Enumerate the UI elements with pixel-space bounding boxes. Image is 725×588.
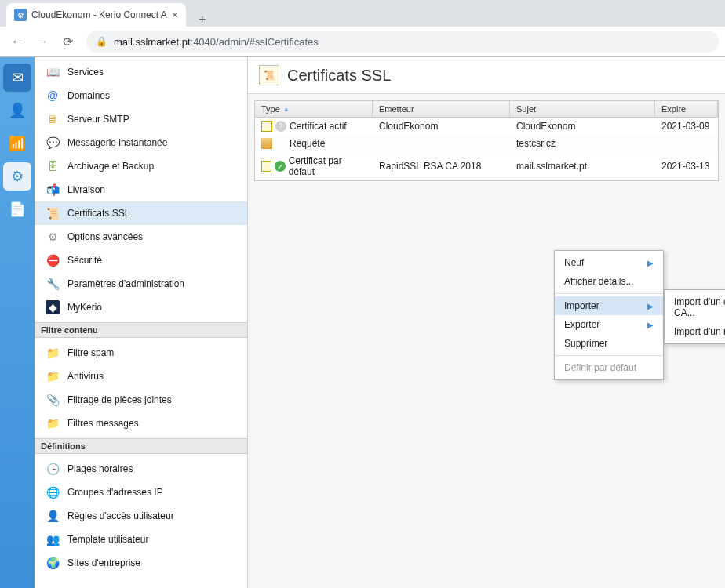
main-panel: 📜 Certificats SSL Type Emetteur Sujet Ex… (248, 57, 725, 588)
delivery-icon: 📬 (46, 183, 60, 197)
icon-rail: ✉ 👤 📶 ⚙ 📄 (0, 57, 35, 588)
rail-logs-icon[interactable]: 📄 (3, 195, 31, 223)
url-box[interactable]: 🔒 mail.sslmarket.pt:4040/admin/#sslCerti… (86, 31, 719, 53)
sidebar-config-section: 📖Services @Domaines 🖥Serveur SMTP 💬Messa… (35, 57, 247, 322)
table-row[interactable]: ?Certificat actif CloudEkonom CloudEkono… (255, 118, 718, 135)
sidebar: 📖Services @Domaines 🖥Serveur SMTP 💬Messa… (35, 57, 248, 588)
table-body: ?Certificat actif CloudEkonom CloudEkono… (255, 118, 718, 180)
sidebar-item-delivery[interactable]: 📬Livraison (35, 178, 247, 201)
status-ok-icon: ✓ (275, 161, 285, 172)
col-expire[interactable]: Expire (655, 101, 718, 117)
cert-table: Type Emetteur Sujet Expire ?Certificat a… (254, 100, 719, 181)
menu-item-importer[interactable]: Importer▶ (555, 296, 663, 315)
rail-settings-icon[interactable]: ⚙ (3, 162, 31, 191)
submenu-item-ca[interactable]: Import d'un certificat signé de CA... (665, 292, 725, 322)
sidebar-item-advanced[interactable]: ⚙Options avancées (35, 225, 247, 249)
menu-item-supprimer[interactable]: Supprimer (555, 334, 663, 353)
attach-icon: 📎 (46, 393, 60, 407)
sidebar-item-adminparams[interactable]: 🔧Paramètres d'administration (35, 272, 247, 296)
page-title: Certificats SSL (287, 67, 391, 85)
browser-tab[interactable]: ⚙ CloudEkonom - Kerio Connect A × (6, 3, 186, 27)
forward-button[interactable]: → (31, 31, 53, 53)
sidebar-item-spam[interactable]: 📁Filtre spam (35, 341, 247, 365)
gear-icon: ⚙ (46, 230, 60, 244)
col-emetteur[interactable]: Emetteur (373, 101, 510, 117)
back-button[interactable]: ← (6, 31, 28, 53)
rail-stats-icon[interactable]: 📶 (3, 129, 31, 158)
tab-title: CloudEkonom - Kerio Connect A (31, 9, 167, 20)
reload-button[interactable]: ⟳ (56, 31, 78, 53)
menu-item-details[interactable]: Afficher détails... (555, 272, 663, 291)
sidebar-header-filter: Filtre contenu (35, 322, 247, 338)
sidebar-item-mykerio[interactable]: ◆MyKerio (35, 296, 247, 319)
page-header: 📜 Certificats SSL (248, 57, 725, 94)
table-row[interactable]: ✓Certificat par défaut RapidSSL RSA CA 2… (255, 152, 718, 180)
sidebar-item-domaines[interactable]: @Domaines (35, 84, 247, 107)
globe-icon: 🌍 (46, 556, 60, 570)
wrench-icon: 🔧 (46, 277, 60, 291)
tab-close-icon[interactable]: × (172, 9, 178, 21)
sidebar-item-ipgroups[interactable]: 🌐Groupes d'adresses IP (35, 481, 247, 504)
sidebar-item-usertemplate[interactable]: 👥Template utilisateur (35, 528, 247, 551)
sidebar-item-accessrules[interactable]: 👤Règles d'accès utilisateur (35, 504, 247, 528)
menu-item-default: Définir par défaut (555, 358, 663, 377)
sidebar-item-im[interactable]: 💬Messagerie instantanée (35, 131, 247, 154)
table-header: Type Emetteur Sujet Expire (255, 101, 718, 118)
template-icon: 👥 (46, 532, 60, 546)
sidebar-filter-section: 📁Filtre spam 📁Antivirus 📎Filtrage de piè… (35, 338, 247, 438)
sidebar-item-sites[interactable]: 🌍SItes d'entreprise (35, 551, 247, 575)
sidebar-item-backup[interactable]: 🗄Archivage et Backup (35, 154, 247, 178)
new-tab-button[interactable]: + (192, 13, 212, 27)
chevron-right-icon: ▶ (647, 321, 654, 329)
col-sujet[interactable]: Sujet (510, 101, 655, 117)
sidebar-item-msgfilter[interactable]: 📁Filtres messages (35, 412, 247, 435)
at-icon: @ (46, 89, 60, 103)
sidebar-header-defs: Définitions (35, 438, 247, 454)
ipgroup-icon: 🌐 (46, 485, 60, 499)
backup-icon: 🗄 (46, 159, 60, 173)
tab-strip: ⚙ CloudEkonom - Kerio Connect A × + (0, 0, 725, 27)
sidebar-item-antivirus[interactable]: 📁Antivirus (35, 365, 247, 388)
chat-icon: 💬 (46, 136, 60, 150)
sidebar-item-timeranges[interactable]: 🕒Plages horaires (35, 457, 247, 481)
sidebar-item-smtp[interactable]: 🖥Serveur SMTP (35, 107, 247, 131)
folder-icon: 📁 (46, 416, 60, 430)
cert-icon: 📜 (46, 206, 60, 220)
cert-row-icon (261, 161, 271, 172)
folder-icon: 📁 (46, 346, 60, 360)
app-body: ✉ 👤 📶 ⚙ 📄 📖Services @Domaines 🖥Serveur S… (0, 57, 725, 588)
sidebar-item-services[interactable]: 📖Services (35, 60, 247, 84)
menu-separator (555, 293, 663, 294)
menu-separator (555, 355, 663, 356)
cert-row-icon (261, 121, 272, 132)
lock-icon: 🔒 (96, 36, 107, 47)
menu-item-neuf[interactable]: Neuf▶ (555, 253, 663, 272)
services-icon: 📖 (46, 65, 60, 79)
user-icon: 👤 (46, 509, 60, 523)
clock-icon: 🕒 (46, 462, 60, 476)
table-row[interactable]: Requête testcsr.cz (255, 135, 718, 152)
mykerio-icon: ◆ (46, 300, 60, 314)
browser-chrome: ⚙ CloudEkonom - Kerio Connect A × + ← → … (0, 0, 725, 57)
page-header-cert-icon: 📜 (259, 65, 279, 85)
sidebar-defs-section: 🕒Plages horaires 🌐Groupes d'adresses IP … (35, 454, 247, 578)
smtp-icon: 🖥 (46, 112, 60, 126)
submenu-import: Import d'un certificat signé de CA... Im… (664, 289, 725, 344)
submenu-item-new[interactable]: Import d'un nouveau certificat... (665, 322, 725, 341)
sidebar-item-ssl[interactable]: 📜Certificats SSL (35, 201, 247, 225)
folder-icon: 📁 (46, 369, 60, 383)
sidebar-item-attach[interactable]: 📎Filtrage de pièces jointes (35, 388, 247, 412)
chevron-right-icon: ▶ (647, 259, 654, 267)
address-bar: ← → ⟳ 🔒 mail.sslmarket.pt:4040/admin/#ss… (0, 27, 725, 56)
rail-mail-icon[interactable]: ✉ (3, 64, 31, 92)
status-unknown-icon: ? (275, 121, 286, 132)
menu-item-exporter[interactable]: Exporter▶ (555, 315, 663, 334)
url-text: mail.sslmarket.pt:4040/admin/#sslCertifi… (114, 36, 319, 48)
tab-favicon-icon: ⚙ (14, 9, 27, 21)
rail-users-icon[interactable]: 👤 (3, 96, 31, 125)
chevron-right-icon: ▶ (647, 302, 654, 310)
col-type[interactable]: Type (255, 101, 373, 117)
sidebar-item-security[interactable]: ⛔Sécurité (35, 249, 247, 272)
shield-icon: ⛔ (46, 253, 60, 267)
context-menu: Neuf▶ Afficher détails... Importer▶ Expo… (554, 250, 664, 380)
